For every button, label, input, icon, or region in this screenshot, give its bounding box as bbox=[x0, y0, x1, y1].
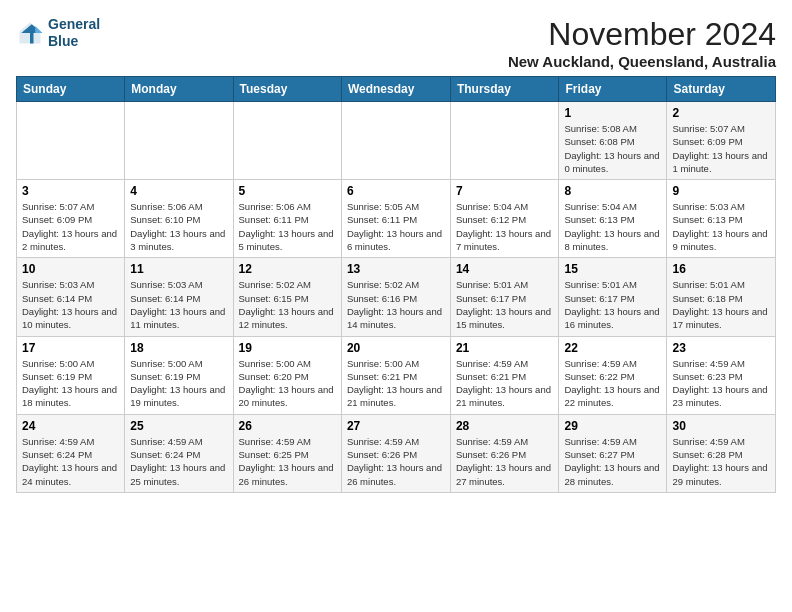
day-info: Sunrise: 5:01 AM Sunset: 6:17 PM Dayligh… bbox=[564, 278, 661, 331]
calendar-cell: 22Sunrise: 4:59 AM Sunset: 6:22 PM Dayli… bbox=[559, 336, 667, 414]
calendar-cell: 11Sunrise: 5:03 AM Sunset: 6:14 PM Dayli… bbox=[125, 258, 233, 336]
week-row-2: 3Sunrise: 5:07 AM Sunset: 6:09 PM Daylig… bbox=[17, 180, 776, 258]
calendar-cell bbox=[450, 102, 559, 180]
weekday-header-friday: Friday bbox=[559, 77, 667, 102]
calendar-cell: 16Sunrise: 5:01 AM Sunset: 6:18 PM Dayli… bbox=[667, 258, 776, 336]
day-info: Sunrise: 5:00 AM Sunset: 6:20 PM Dayligh… bbox=[239, 357, 336, 410]
day-info: Sunrise: 4:59 AM Sunset: 6:21 PM Dayligh… bbox=[456, 357, 554, 410]
day-number: 29 bbox=[564, 419, 661, 433]
month-title: November 2024 bbox=[508, 16, 776, 53]
day-info: Sunrise: 4:59 AM Sunset: 6:24 PM Dayligh… bbox=[130, 435, 227, 488]
calendar-cell: 29Sunrise: 4:59 AM Sunset: 6:27 PM Dayli… bbox=[559, 414, 667, 492]
week-row-3: 10Sunrise: 5:03 AM Sunset: 6:14 PM Dayli… bbox=[17, 258, 776, 336]
calendar-cell: 13Sunrise: 5:02 AM Sunset: 6:16 PM Dayli… bbox=[341, 258, 450, 336]
day-number: 18 bbox=[130, 341, 227, 355]
week-row-4: 17Sunrise: 5:00 AM Sunset: 6:19 PM Dayli… bbox=[17, 336, 776, 414]
day-info: Sunrise: 5:01 AM Sunset: 6:18 PM Dayligh… bbox=[672, 278, 770, 331]
day-info: Sunrise: 5:03 AM Sunset: 6:13 PM Dayligh… bbox=[672, 200, 770, 253]
calendar-cell: 6Sunrise: 5:05 AM Sunset: 6:11 PM Daylig… bbox=[341, 180, 450, 258]
calendar-cell: 20Sunrise: 5:00 AM Sunset: 6:21 PM Dayli… bbox=[341, 336, 450, 414]
day-info: Sunrise: 5:00 AM Sunset: 6:19 PM Dayligh… bbox=[22, 357, 119, 410]
day-number: 2 bbox=[672, 106, 770, 120]
calendar-cell: 26Sunrise: 4:59 AM Sunset: 6:25 PM Dayli… bbox=[233, 414, 341, 492]
calendar-cell: 23Sunrise: 4:59 AM Sunset: 6:23 PM Dayli… bbox=[667, 336, 776, 414]
day-number: 28 bbox=[456, 419, 554, 433]
day-number: 23 bbox=[672, 341, 770, 355]
day-info: Sunrise: 5:07 AM Sunset: 6:09 PM Dayligh… bbox=[22, 200, 119, 253]
day-info: Sunrise: 4:59 AM Sunset: 6:22 PM Dayligh… bbox=[564, 357, 661, 410]
day-number: 19 bbox=[239, 341, 336, 355]
day-info: Sunrise: 5:02 AM Sunset: 6:15 PM Dayligh… bbox=[239, 278, 336, 331]
calendar-cell: 25Sunrise: 4:59 AM Sunset: 6:24 PM Dayli… bbox=[125, 414, 233, 492]
day-number: 3 bbox=[22, 184, 119, 198]
day-number: 10 bbox=[22, 262, 119, 276]
calendar-cell: 12Sunrise: 5:02 AM Sunset: 6:15 PM Dayli… bbox=[233, 258, 341, 336]
logo-text: General Blue bbox=[48, 16, 100, 50]
calendar-cell bbox=[233, 102, 341, 180]
calendar-cell: 21Sunrise: 4:59 AM Sunset: 6:21 PM Dayli… bbox=[450, 336, 559, 414]
day-info: Sunrise: 5:00 AM Sunset: 6:19 PM Dayligh… bbox=[130, 357, 227, 410]
day-number: 26 bbox=[239, 419, 336, 433]
day-number: 25 bbox=[130, 419, 227, 433]
day-info: Sunrise: 5:03 AM Sunset: 6:14 PM Dayligh… bbox=[22, 278, 119, 331]
day-number: 14 bbox=[456, 262, 554, 276]
day-info: Sunrise: 5:03 AM Sunset: 6:14 PM Dayligh… bbox=[130, 278, 227, 331]
calendar-cell: 24Sunrise: 4:59 AM Sunset: 6:24 PM Dayli… bbox=[17, 414, 125, 492]
day-number: 21 bbox=[456, 341, 554, 355]
calendar-cell: 14Sunrise: 5:01 AM Sunset: 6:17 PM Dayli… bbox=[450, 258, 559, 336]
day-info: Sunrise: 5:08 AM Sunset: 6:08 PM Dayligh… bbox=[564, 122, 661, 175]
day-number: 15 bbox=[564, 262, 661, 276]
calendar-cell: 27Sunrise: 4:59 AM Sunset: 6:26 PM Dayli… bbox=[341, 414, 450, 492]
day-number: 30 bbox=[672, 419, 770, 433]
weekday-header-thursday: Thursday bbox=[450, 77, 559, 102]
calendar-cell: 17Sunrise: 5:00 AM Sunset: 6:19 PM Dayli… bbox=[17, 336, 125, 414]
calendar-cell: 1Sunrise: 5:08 AM Sunset: 6:08 PM Daylig… bbox=[559, 102, 667, 180]
day-number: 27 bbox=[347, 419, 445, 433]
day-info: Sunrise: 4:59 AM Sunset: 6:23 PM Dayligh… bbox=[672, 357, 770, 410]
weekday-header-sunday: Sunday bbox=[17, 77, 125, 102]
day-number: 1 bbox=[564, 106, 661, 120]
day-info: Sunrise: 5:04 AM Sunset: 6:12 PM Dayligh… bbox=[456, 200, 554, 253]
calendar-cell: 18Sunrise: 5:00 AM Sunset: 6:19 PM Dayli… bbox=[125, 336, 233, 414]
weekday-header-saturday: Saturday bbox=[667, 77, 776, 102]
week-row-1: 1Sunrise: 5:08 AM Sunset: 6:08 PM Daylig… bbox=[17, 102, 776, 180]
day-number: 13 bbox=[347, 262, 445, 276]
day-info: Sunrise: 5:02 AM Sunset: 6:16 PM Dayligh… bbox=[347, 278, 445, 331]
day-number: 20 bbox=[347, 341, 445, 355]
weekday-header-tuesday: Tuesday bbox=[233, 77, 341, 102]
calendar-cell: 7Sunrise: 5:04 AM Sunset: 6:12 PM Daylig… bbox=[450, 180, 559, 258]
logo: General Blue bbox=[16, 16, 100, 50]
weekday-header-row: SundayMondayTuesdayWednesdayThursdayFrid… bbox=[17, 77, 776, 102]
calendar-cell: 30Sunrise: 4:59 AM Sunset: 6:28 PM Dayli… bbox=[667, 414, 776, 492]
day-number: 17 bbox=[22, 341, 119, 355]
weekday-header-monday: Monday bbox=[125, 77, 233, 102]
day-number: 22 bbox=[564, 341, 661, 355]
day-info: Sunrise: 5:07 AM Sunset: 6:09 PM Dayligh… bbox=[672, 122, 770, 175]
calendar-cell: 8Sunrise: 5:04 AM Sunset: 6:13 PM Daylig… bbox=[559, 180, 667, 258]
day-number: 9 bbox=[672, 184, 770, 198]
day-number: 12 bbox=[239, 262, 336, 276]
day-number: 16 bbox=[672, 262, 770, 276]
calendar-cell: 9Sunrise: 5:03 AM Sunset: 6:13 PM Daylig… bbox=[667, 180, 776, 258]
calendar-cell bbox=[341, 102, 450, 180]
calendar-cell: 28Sunrise: 4:59 AM Sunset: 6:26 PM Dayli… bbox=[450, 414, 559, 492]
calendar-cell: 19Sunrise: 5:00 AM Sunset: 6:20 PM Dayli… bbox=[233, 336, 341, 414]
calendar-table: SundayMondayTuesdayWednesdayThursdayFrid… bbox=[16, 76, 776, 493]
day-number: 24 bbox=[22, 419, 119, 433]
calendar-cell: 4Sunrise: 5:06 AM Sunset: 6:10 PM Daylig… bbox=[125, 180, 233, 258]
title-block: November 2024 New Auckland, Queensland, … bbox=[508, 16, 776, 70]
svg-marker-3 bbox=[35, 26, 42, 33]
day-info: Sunrise: 5:06 AM Sunset: 6:10 PM Dayligh… bbox=[130, 200, 227, 253]
calendar-cell: 10Sunrise: 5:03 AM Sunset: 6:14 PM Dayli… bbox=[17, 258, 125, 336]
weekday-header-wednesday: Wednesday bbox=[341, 77, 450, 102]
day-info: Sunrise: 4:59 AM Sunset: 6:26 PM Dayligh… bbox=[456, 435, 554, 488]
header: General Blue November 2024 New Auckland,… bbox=[16, 16, 776, 70]
day-info: Sunrise: 4:59 AM Sunset: 6:27 PM Dayligh… bbox=[564, 435, 661, 488]
calendar-cell bbox=[125, 102, 233, 180]
calendar-cell: 2Sunrise: 5:07 AM Sunset: 6:09 PM Daylig… bbox=[667, 102, 776, 180]
calendar-cell: 15Sunrise: 5:01 AM Sunset: 6:17 PM Dayli… bbox=[559, 258, 667, 336]
day-info: Sunrise: 5:05 AM Sunset: 6:11 PM Dayligh… bbox=[347, 200, 445, 253]
week-row-5: 24Sunrise: 4:59 AM Sunset: 6:24 PM Dayli… bbox=[17, 414, 776, 492]
day-info: Sunrise: 5:00 AM Sunset: 6:21 PM Dayligh… bbox=[347, 357, 445, 410]
day-number: 11 bbox=[130, 262, 227, 276]
